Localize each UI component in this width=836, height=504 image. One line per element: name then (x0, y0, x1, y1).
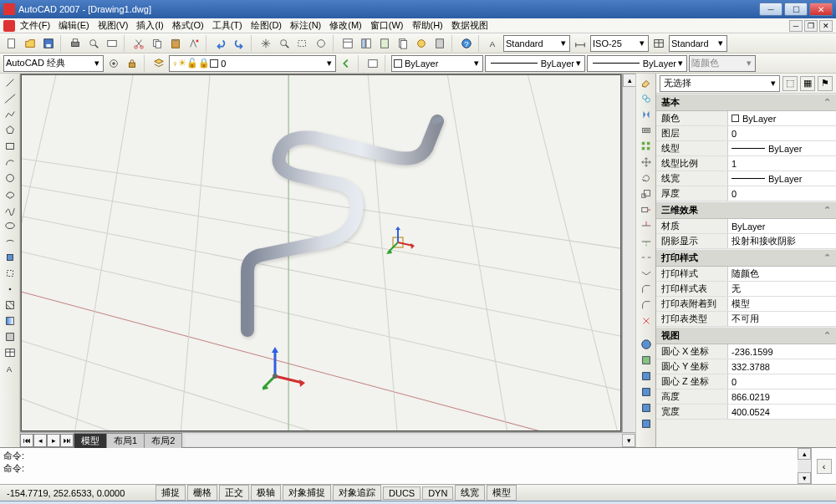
rectangle-icon[interactable] (2, 139, 18, 154)
ellipse-icon[interactable] (2, 218, 18, 233)
table-style-icon[interactable] (650, 35, 667, 52)
extend-icon[interactable] (638, 234, 655, 249)
arc-icon[interactable] (2, 155, 18, 170)
tab-layout1[interactable]: 布局1 (106, 433, 145, 448)
cmd-options-icon[interactable]: ‹ (817, 459, 832, 474)
undo-icon[interactable] (212, 35, 229, 52)
prop-value[interactable]: 不可用 (728, 312, 836, 326)
chamfer-icon[interactable] (638, 282, 655, 297)
close-button[interactable]: ✕ (809, 3, 833, 16)
prop-row[interactable]: 打印样式表无 (656, 282, 836, 297)
command-scrollbar[interactable]: ▴ ▾ (798, 448, 811, 484)
mirror-icon[interactable] (638, 107, 655, 122)
dim-style-icon[interactable] (572, 35, 589, 52)
copy-icon[interactable] (149, 35, 166, 52)
cmd-scroll-up-icon[interactable]: ▴ (798, 448, 811, 460)
erase-icon[interactable] (638, 75, 655, 90)
quick-select-icon[interactable]: ⬚ (782, 76, 798, 91)
select-objects-icon[interactable]: ▦ (800, 76, 815, 91)
status-otrack[interactable]: 对象追踪 (333, 485, 381, 501)
prop-section[interactable]: 三维效果⌃ (656, 201, 836, 219)
mdi-restore[interactable]: ❐ (804, 20, 818, 32)
command-input[interactable]: 命令: 命令: (0, 448, 798, 484)
layer-prev-icon[interactable] (338, 55, 354, 72)
prop-section[interactable]: 打印样式⌃ (656, 249, 836, 267)
mdi-minimize[interactable]: ─ (789, 20, 803, 32)
pline-icon[interactable] (2, 107, 18, 122)
move-icon[interactable] (638, 155, 655, 170)
prop-row[interactable]: 线宽ByLayer (656, 171, 836, 186)
plotstyle-combo[interactable]: 随颜色▾ (689, 55, 756, 72)
menu-format[interactable]: 格式(O) (169, 18, 207, 33)
prop-value[interactable]: ByLayer (728, 219, 836, 233)
toolpalette-icon[interactable] (376, 35, 393, 52)
prop-value[interactable]: -236.1599 (728, 344, 836, 359)
status-snap[interactable]: 捕捉 (155, 485, 186, 501)
prop-value[interactable]: 1 (728, 156, 836, 171)
copy-obj-icon[interactable] (638, 91, 655, 106)
prop-value[interactable]: 332.3788 (728, 359, 836, 374)
table-style-combo[interactable]: Standard▾ (669, 35, 727, 52)
region-icon[interactable] (2, 329, 18, 344)
sheetset-icon[interactable] (395, 35, 411, 52)
save-icon[interactable] (40, 35, 57, 52)
prop-section[interactable]: 基本⌃ (656, 94, 836, 111)
match-icon[interactable] (186, 35, 202, 52)
status-dyn[interactable]: DYN (422, 486, 453, 500)
text-style-combo[interactable]: Standard▾ (503, 35, 570, 52)
menu-window[interactable]: 窗口(W) (367, 18, 407, 33)
scroll-down-icon[interactable]: ▾ (622, 434, 635, 447)
workspace-lock-icon[interactable] (124, 55, 140, 72)
prop-value[interactable]: 0 (728, 374, 836, 389)
tab-model[interactable]: 模型 (74, 433, 107, 448)
zoom-prev-icon[interactable] (313, 35, 329, 52)
horizontal-scrollbar[interactable] (185, 435, 622, 446)
help-icon[interactable]: ? (458, 35, 475, 52)
circle-icon[interactable] (2, 171, 18, 186)
text-style-icon[interactable]: A (485, 35, 502, 52)
prop-value[interactable]: 模型 (728, 297, 836, 311)
make-block-icon[interactable] (2, 266, 18, 281)
status-grid[interactable]: 栅格 (187, 485, 217, 501)
zoom-icon[interactable] (276, 35, 293, 52)
prop-row[interactable]: 厚度0 (656, 186, 836, 201)
menu-draw[interactable]: 绘图(D) (247, 18, 285, 33)
mtext-icon[interactable]: A (2, 361, 18, 376)
menu-tools[interactable]: 工具(T) (209, 18, 246, 33)
prop-row[interactable]: 打印表附着到模型 (656, 297, 836, 312)
tab-last-icon[interactable]: ⏭ (60, 434, 74, 447)
workspace-combo[interactable]: AutoCAD 经典▾ (3, 55, 104, 72)
status-lwt[interactable]: 线宽 (455, 485, 485, 501)
selection-combo[interactable]: 无选择▾ (660, 75, 780, 92)
ucs-view-icon[interactable] (638, 400, 655, 415)
ucs-obj-icon[interactable] (638, 384, 655, 400)
minimize-button[interactable]: ─ (759, 3, 782, 16)
calc-icon[interactable] (431, 35, 448, 52)
prop-row[interactable]: 圆心 X 坐标-236.1599 (656, 344, 836, 359)
tab-layout2[interactable]: 布局2 (144, 433, 182, 448)
markup-icon[interactable] (413, 35, 430, 52)
prop-value[interactable]: 866.0219 (728, 389, 836, 404)
publish-icon[interactable] (104, 35, 120, 52)
cut-icon[interactable] (130, 35, 147, 52)
prop-row[interactable]: 线型比例1 (656, 156, 836, 171)
array-icon[interactable] (638, 139, 655, 154)
layer-manager-icon[interactable] (150, 55, 167, 72)
status-ducs[interactable]: DUCS (383, 486, 421, 500)
designcenter-icon[interactable] (358, 35, 375, 52)
stretch-icon[interactable] (638, 202, 655, 217)
explode-icon[interactable] (638, 313, 655, 328)
status-ortho[interactable]: 正交 (219, 485, 249, 501)
offset-icon[interactable] (638, 123, 655, 138)
pan-icon[interactable] (257, 35, 274, 52)
fillet-icon[interactable] (638, 298, 655, 313)
paste-icon[interactable] (167, 35, 184, 52)
prop-value[interactable]: 0 (728, 186, 836, 201)
prop-value[interactable]: ByLayer (728, 111, 836, 125)
menu-dimension[interactable]: 标注(N) (287, 18, 324, 33)
prop-value[interactable]: 无 (728, 282, 836, 296)
prop-row[interactable]: 阴影显示投射和接收阴影 (656, 234, 836, 249)
cmd-scroll-down-icon[interactable]: ▾ (798, 472, 811, 484)
revcloud-icon[interactable] (2, 186, 18, 201)
menu-view[interactable]: 视图(V) (94, 18, 132, 33)
